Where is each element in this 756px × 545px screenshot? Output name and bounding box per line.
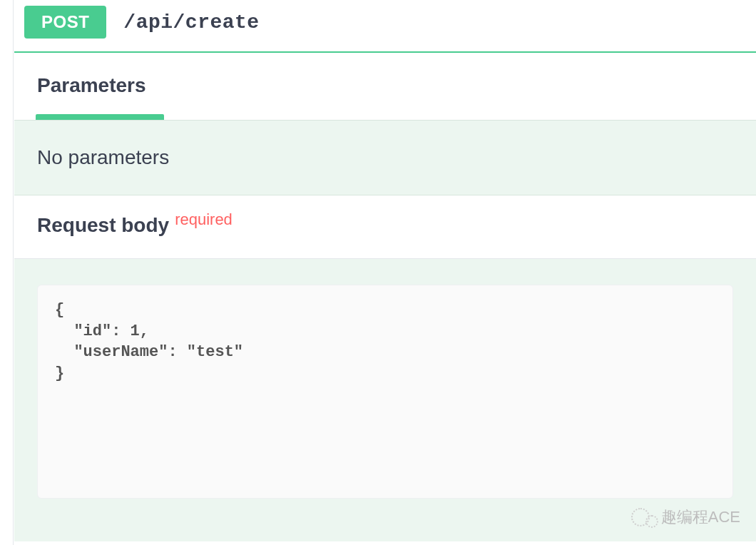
watermark-text: 趣编程ACE xyxy=(661,506,740,528)
parameters-tab[interactable]: Parameters xyxy=(37,74,146,97)
active-tab-underline xyxy=(36,114,164,120)
endpoint-path: /api/create xyxy=(123,11,259,34)
wechat-icon xyxy=(645,515,658,528)
no-parameters-message: No parameters xyxy=(14,120,756,195)
left-border xyxy=(13,0,14,545)
operation-block: POST /api/create Parameters No parameter… xyxy=(14,0,756,541)
request-body-label: Request body xyxy=(37,214,169,237)
required-badge: required xyxy=(175,210,233,229)
watermark: 趣编程ACE xyxy=(631,506,740,528)
request-body-json: { "id": 1, "userName": "test" } xyxy=(55,300,715,384)
request-body-header: Request body required xyxy=(14,195,756,259)
operation-sections: Parameters No parameters Request body re… xyxy=(14,51,756,541)
operation-summary[interactable]: POST /api/create xyxy=(14,0,756,44)
request-body-example[interactable]: { "id": 1, "userName": "test" } xyxy=(37,285,733,499)
request-body-section: { "id": 1, "userName": "test" } xyxy=(14,259,756,541)
parameters-header: Parameters xyxy=(14,53,756,117)
http-method-badge: POST xyxy=(24,6,106,39)
